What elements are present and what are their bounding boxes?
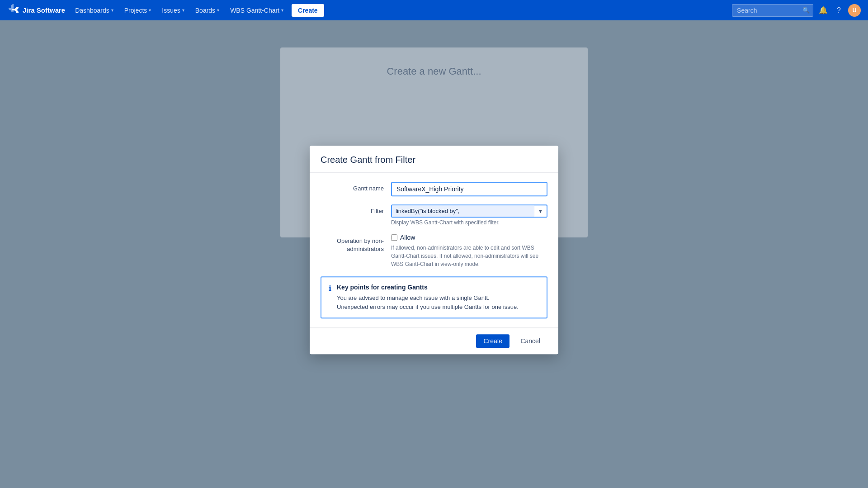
nav-issues-label: Issues: [162, 7, 180, 14]
nav-projects[interactable]: Projects ▾: [120, 0, 156, 20]
gantt-name-row: Gantt name: [321, 182, 547, 196]
nav-issues[interactable]: Issues ▾: [157, 0, 189, 20]
gantt-name-input[interactable]: [391, 182, 547, 196]
filter-hint: Display WBS Gantt-Chart with specified f…: [391, 219, 547, 226]
search-input[interactable]: [732, 4, 813, 17]
notifications-icon[interactable]: 🔔: [815, 6, 831, 14]
modal-header: Create Gantt from Filter: [310, 146, 558, 172]
search-wrap: 🔍: [732, 4, 813, 17]
allow-description: If allowed, non-administrators are able …: [391, 244, 547, 268]
nav-wbs-label: WBS Gantt-Chart: [230, 7, 279, 14]
chevron-down-icon: ▾: [281, 8, 283, 13]
filter-dropdown-button[interactable]: ▼: [534, 206, 547, 216]
chevron-down-icon: ▾: [111, 8, 113, 13]
info-title: Key points for creating Gantts: [337, 284, 519, 291]
operation-control: Allow If allowed, non-administrators are…: [391, 234, 547, 268]
info-icon: ℹ: [329, 284, 331, 293]
nav-dashboards[interactable]: Dashboards ▾: [71, 0, 118, 20]
avatar[interactable]: U: [848, 4, 861, 17]
logo-text: Jira Software: [23, 6, 65, 14]
modal-title: Create Gantt from Filter: [321, 155, 547, 165]
gantt-name-label: Gantt name: [321, 182, 384, 192]
operation-label: Operation by non- administrators: [321, 234, 384, 253]
info-line1: You are advised to manage each issue wit…: [337, 294, 519, 311]
allow-label[interactable]: Allow: [400, 234, 415, 241]
nav-boards[interactable]: Boards ▾: [191, 0, 224, 20]
navbar: Jira Software Dashboards ▾ Projects ▾ Is…: [0, 0, 868, 20]
filter-label: Filter: [321, 204, 384, 214]
nav-projects-label: Projects: [124, 7, 147, 14]
allow-checkbox[interactable]: [391, 234, 397, 241]
modal: Create Gantt from Filter Gantt name Filt…: [310, 146, 558, 354]
page-background: Create a new Gantt... Create Gantt from …: [0, 20, 868, 488]
modal-container: Create Gantt from Filter Gantt name Filt…: [310, 146, 558, 354]
gantt-name-control: [391, 182, 547, 196]
nav-boards-label: Boards: [195, 7, 215, 14]
cancel-button[interactable]: Cancel: [513, 334, 547, 348]
create-gantt-button[interactable]: Create: [476, 334, 509, 348]
nav-wbs-gantt[interactable]: WBS Gantt-Chart ▾: [226, 0, 288, 20]
filter-select-text[interactable]: linkedBy("is blocked by",: [392, 205, 534, 217]
modal-footer: Create Cancel: [310, 327, 558, 354]
nav-dashboards-label: Dashboards: [75, 7, 109, 14]
chevron-down-icon: ▾: [182, 8, 184, 13]
create-button[interactable]: Create: [292, 4, 324, 17]
jira-logo[interactable]: Jira Software: [7, 4, 65, 17]
info-box: ℹ Key points for creating Gantts You are…: [321, 276, 547, 318]
filter-select-wrap[interactable]: linkedBy("is blocked by", ▼: [391, 204, 547, 218]
filter-row: Filter linkedBy("is blocked by", ▼ Displ…: [321, 204, 547, 226]
info-content: Key points for creating Gantts You are a…: [337, 284, 519, 311]
help-icon[interactable]: ?: [833, 6, 844, 14]
modal-body: Gantt name Filter linkedBy("is blocked b…: [310, 173, 558, 327]
chevron-down-icon: ▾: [149, 8, 151, 13]
allow-checkbox-row: Allow: [391, 234, 547, 241]
avatar-initials: U: [853, 7, 857, 14]
search-icon: 🔍: [802, 7, 810, 14]
chevron-down-icon: ▾: [217, 8, 219, 13]
operation-row: Operation by non- administrators Allow I…: [321, 234, 547, 268]
filter-control: linkedBy("is blocked by", ▼ Display WBS …: [391, 204, 547, 226]
